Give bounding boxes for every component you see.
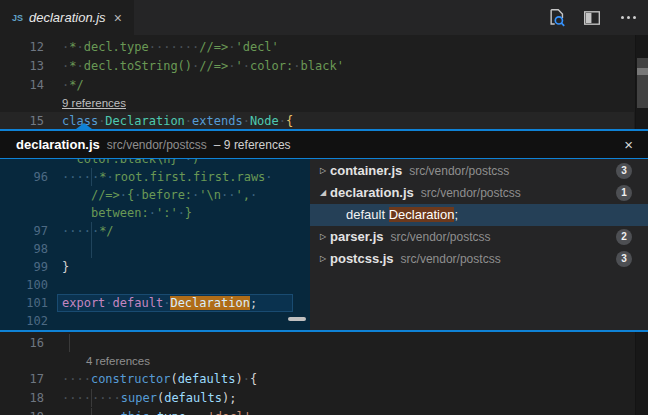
twisty-expanded-icon[interactable]: ◢ bbox=[316, 182, 330, 204]
code-line[interactable]: ····between:·':'·} bbox=[0, 204, 310, 222]
peek-title-path: src/vendor/postcss bbox=[107, 138, 207, 152]
more-actions-button[interactable] bbox=[618, 8, 638, 28]
code-line[interactable]: ··color:black\n}'·) bbox=[0, 159, 310, 168]
tab-declaration-js[interactable]: JS declaration.js × bbox=[0, 0, 134, 35]
peek-title-meta: – 9 references bbox=[214, 138, 291, 152]
line-number: 96 bbox=[0, 168, 48, 186]
codelens-references-link[interactable]: 9 references bbox=[62, 97, 126, 109]
code-line[interactable]: 19········this.type·=·'decl'; bbox=[0, 408, 648, 415]
line-number: 102 bbox=[0, 312, 48, 330]
peek-editor[interactable]: ··color:black\n}'·)96·····*·root.first.f… bbox=[0, 159, 310, 330]
code-line[interactable]: 17····constructor(defaults)·{ bbox=[0, 370, 648, 389]
javascript-language-icon: JS bbox=[12, 13, 23, 23]
code-line[interactable]: 12·*·decl.type·······//=>·'decl' bbox=[0, 38, 648, 57]
line-number: 99 bbox=[0, 258, 48, 276]
line-number: 12 bbox=[0, 38, 44, 57]
reference-file-name: container.js bbox=[330, 160, 402, 182]
code-line[interactable]: 97·····*/ bbox=[0, 222, 310, 240]
code-line[interactable]: 15class·Declaration·extends·Node·{ bbox=[0, 112, 648, 129]
line-number: 97 bbox=[0, 222, 48, 240]
reference-file-name: postcss.js bbox=[330, 248, 394, 270]
editor-top[interactable]: 12·*·decl.type·······//=>·'decl'13·*·dec… bbox=[0, 35, 648, 129]
peek-title-bar[interactable]: declaration.js src/vendor/postcss – 9 re… bbox=[0, 131, 648, 158]
reference-file-path: src/vendor/postcss bbox=[401, 248, 501, 270]
line-number: 19 bbox=[0, 408, 44, 415]
split-editor-button[interactable] bbox=[582, 8, 602, 28]
editor-bottom[interactable]: 16·4 references17····constructor(default… bbox=[0, 332, 648, 415]
reference-file-name: declaration.js bbox=[330, 182, 414, 204]
line-number: 14 bbox=[0, 76, 44, 95]
twisty-collapsed-icon[interactable]: ▷ bbox=[316, 226, 330, 248]
reference-file-row[interactable]: ▷container.jssrc/vendor/postcss3 bbox=[310, 160, 648, 182]
code-line[interactable]: 101export·default·Declaration; bbox=[0, 294, 310, 312]
line-number: 98 bbox=[0, 240, 48, 258]
scrollbar-thumb[interactable] bbox=[637, 58, 648, 108]
codelens-line: 4 references bbox=[0, 353, 648, 370]
line-number: 16 bbox=[0, 334, 44, 353]
peek-border-bottom bbox=[0, 330, 648, 332]
code-line[interactable]: 99} bbox=[0, 258, 310, 276]
reference-item-row[interactable]: default Declaration; bbox=[310, 204, 648, 226]
editor-actions bbox=[546, 0, 638, 35]
more-actions-icon bbox=[621, 16, 636, 19]
code-line[interactable]: 100 bbox=[0, 276, 310, 294]
code-line[interactable]: 14·*/ bbox=[0, 76, 648, 95]
peek-title-filename: declaration.js bbox=[16, 137, 100, 152]
peek-references-widget: declaration.js src/vendor/postcss – 9 re… bbox=[0, 129, 648, 332]
reference-match-highlight: Declaration bbox=[389, 207, 455, 222]
peek-body: ··color:black\n}'·)96·····*·root.first.f… bbox=[0, 159, 648, 330]
reference-file-row[interactable]: ◢declaration.jssrc/vendor/postcss1 bbox=[310, 182, 648, 204]
code-line[interactable]: 96·····*·root.first.first.raws· bbox=[0, 168, 310, 186]
line-number: 13 bbox=[0, 57, 44, 76]
editor-tab-bar: JS declaration.js × bbox=[0, 0, 648, 35]
split-editor-icon bbox=[583, 9, 601, 27]
reference-file-path: src/vendor/postcss bbox=[409, 160, 509, 182]
open-preview-icon bbox=[547, 8, 566, 27]
peek-horizontal-scrollbar-thumb[interactable] bbox=[288, 317, 306, 321]
peek-results-tree[interactable]: ▷container.jssrc/vendor/postcss3◢declara… bbox=[310, 159, 648, 330]
reference-file-row[interactable]: ▷postcss.jssrc/vendor/postcss3 bbox=[310, 248, 648, 270]
reference-file-name: parser.js bbox=[330, 226, 384, 248]
reference-count-badge: 2 bbox=[616, 229, 632, 245]
reference-count-badge: 3 bbox=[616, 163, 632, 179]
line-number: 101 bbox=[0, 294, 48, 312]
code-line[interactable]: 18········super(defaults); bbox=[0, 389, 648, 408]
code-line[interactable]: 98···· bbox=[0, 240, 310, 258]
codelens-line: 9 references bbox=[0, 95, 648, 112]
overview-ruler-marker bbox=[637, 68, 648, 75]
code-line[interactable]: 13·*·decl.toString()·//=>·'·color:·black… bbox=[0, 57, 648, 76]
code-line[interactable]: ····//=>·{·before:·'\n··',· bbox=[0, 186, 310, 204]
line-number: 18 bbox=[0, 389, 44, 408]
tab-title: declaration.js bbox=[29, 10, 106, 25]
twisty-collapsed-icon[interactable]: ▷ bbox=[316, 160, 330, 182]
reference-file-path: src/vendor/postcss bbox=[391, 226, 491, 248]
code-line[interactable]: 102 bbox=[0, 312, 310, 330]
reference-count-badge: 1 bbox=[616, 185, 632, 201]
open-preview-button[interactable] bbox=[546, 8, 566, 28]
reference-file-path: src/vendor/postcss bbox=[421, 182, 521, 204]
twisty-collapsed-icon[interactable]: ▷ bbox=[316, 248, 330, 270]
reference-item-text: default Declaration; bbox=[316, 204, 458, 226]
peek-close-icon[interactable]: × bbox=[624, 136, 636, 153]
reference-file-row[interactable]: ▷parser.jssrc/vendor/postcss2 bbox=[310, 226, 648, 248]
code-line[interactable]: 16· bbox=[0, 334, 648, 353]
line-number: 17 bbox=[0, 370, 44, 389]
line-number: 15 bbox=[0, 112, 44, 129]
reference-count-badge: 3 bbox=[616, 251, 632, 267]
codelens-references-link[interactable]: 4 references bbox=[86, 355, 150, 367]
tab-close-icon[interactable]: × bbox=[114, 11, 122, 25]
vscode-editor-window: JS declaration.js × bbox=[0, 0, 648, 415]
line-number: 100 bbox=[0, 276, 48, 294]
